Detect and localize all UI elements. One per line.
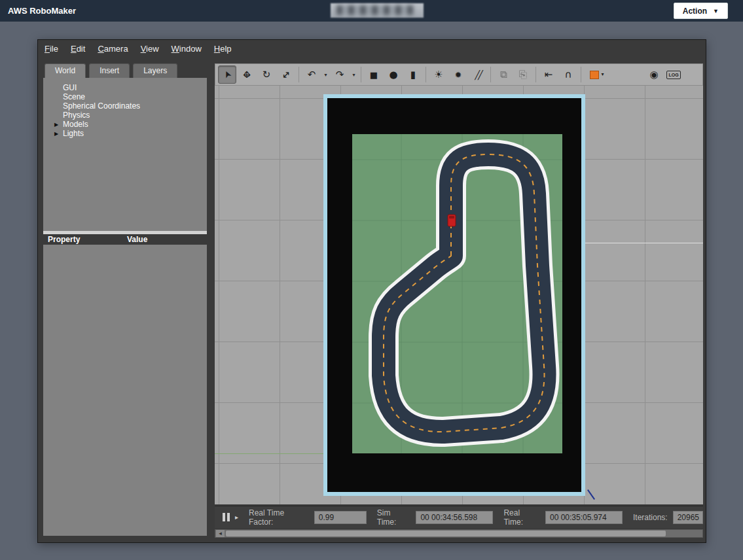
action-menu-button[interactable]: Action ▼ (674, 3, 728, 19)
paste-icon: ⎘ (519, 70, 527, 80)
scale-icon: ↔ (280, 68, 293, 81)
toolbar-separator (581, 67, 581, 82)
cylinder-icon: ▮ (410, 70, 416, 80)
tree-item-label: Spherical Coordinates (63, 101, 140, 111)
scrollbar-thumb[interactable] (226, 531, 666, 536)
translate-tool-button[interactable]: ↔↕ (238, 65, 256, 84)
tree-item-label: Scene (63, 92, 85, 101)
pause-button[interactable] (223, 513, 230, 521)
action-label: Action (683, 7, 707, 16)
menu-camera[interactable]: Camera (98, 44, 128, 54)
tree-item-scene[interactable]: Scene (43, 92, 207, 101)
horizontal-scrollbar[interactable]: ◂ (215, 529, 703, 538)
race-track-model[interactable] (323, 94, 585, 496)
toolbar-separator (426, 67, 426, 82)
tree-item-lights[interactable]: ▶ Lights (43, 129, 207, 138)
deepracer-car[interactable] (448, 215, 456, 226)
toolbar-separator (299, 67, 299, 82)
property-table-body (43, 245, 207, 536)
undo-button[interactable]: ↶ (302, 65, 321, 84)
chevron-down-icon: ▾ (601, 72, 604, 77)
log-icon: LOG (666, 71, 680, 79)
scale-tool-button[interactable]: ↔ (277, 65, 295, 84)
box-icon: ■ (370, 71, 378, 79)
scroll-left-button[interactable]: ◂ (216, 530, 225, 537)
menu-help[interactable]: Help (214, 44, 232, 54)
select-tool-button[interactable]: ➤ (218, 65, 236, 84)
undo-icon: ↶ (308, 70, 316, 80)
tree-item-label: Physics (63, 111, 90, 120)
grid-axis-line-x (585, 243, 703, 243)
tree-item-gui[interactable]: GUI (43, 83, 207, 92)
menu-edit[interactable]: Edit (71, 44, 85, 54)
align-tool-button[interactable]: ⇤ (539, 65, 558, 84)
spot-light-button[interactable]: ✹ (449, 65, 467, 84)
screenshot-button[interactable]: ◉ (645, 65, 663, 84)
render-viewport[interactable] (215, 86, 703, 504)
expand-arrow-icon[interactable]: ▶ (54, 130, 58, 139)
add-box-button[interactable]: ■ (365, 65, 383, 84)
playback-statusbar: ▸ Real Time Factor: 0.99 Sim Time: 00 00… (215, 506, 703, 528)
paste-button[interactable]: ⎘ (514, 65, 532, 84)
tree-item-label: GUI (63, 83, 77, 92)
directional-light-button[interactable]: ╱╱ (469, 65, 487, 84)
magnet-icon: ∩ (565, 70, 572, 80)
sim-time-label: Sim Time: (377, 508, 411, 527)
step-button[interactable]: ▸ (235, 514, 238, 521)
rtf-value: 0.99 (314, 511, 367, 524)
iterations-value: 20965 (673, 511, 703, 524)
view-angle-button[interactable]: ▾ (585, 65, 609, 84)
rotate-tool-button[interactable]: ↻ (257, 65, 276, 84)
redacted-text (336, 5, 414, 15)
log-record-button[interactable]: LOG (664, 65, 683, 84)
menu-window[interactable]: Window (172, 44, 202, 54)
tree-item-models[interactable]: ▶ Models (43, 120, 207, 129)
add-sphere-button[interactable]: ● (384, 65, 403, 84)
track-svg (323, 94, 585, 496)
tab-insert[interactable]: Insert (89, 63, 130, 78)
real-time-label: Real Time: (503, 508, 540, 527)
property-table-header: Property Value (43, 234, 207, 245)
expand-arrow-icon[interactable]: ▶ (54, 120, 58, 130)
tab-layers[interactable]: Layers (133, 63, 177, 78)
menu-view[interactable]: View (141, 44, 159, 54)
tree-item-label: Lights (63, 129, 84, 138)
menubar: File Edit Camera View Window Help (38, 40, 706, 57)
gazebo-toolbar: ➤ ↔↕ ↻ ↔ ↶ ▾ ↷ ▾ ■ (215, 63, 703, 86)
tree-item-label: Models (63, 120, 88, 129)
undo-history-button[interactable]: ▾ (322, 65, 329, 84)
tab-world[interactable]: World (45, 63, 86, 78)
point-light-button[interactable]: ☀ (429, 65, 448, 84)
menu-file[interactable]: File (45, 44, 58, 54)
camera-icon: ◉ (649, 70, 658, 80)
gazebo-window: File Edit Camera View Window Help World … (37, 39, 706, 543)
view-cube-icon (590, 71, 599, 79)
directional-light-icon: ╱╱ (475, 71, 481, 79)
copy-icon: ⧉ (500, 70, 507, 80)
screen: AWS RoboMaker Action ▼ File Edit Camera … (0, 0, 743, 560)
copy-button[interactable]: ⧉ (494, 65, 513, 84)
toolbar-separator (361, 67, 361, 82)
tree-item-physics[interactable]: Physics (43, 111, 207, 120)
move-icon: ↔↕ (241, 69, 253, 80)
value-column-header: Value (127, 234, 147, 245)
snap-tool-button[interactable]: ∩ (559, 65, 577, 84)
align-icon: ⇤ (545, 70, 553, 80)
toolbar-separator (535, 67, 536, 82)
property-column-header: Property (48, 234, 80, 245)
redo-button[interactable]: ↷ (331, 65, 349, 84)
world-tree: GUI Scene Spherical Coordinates Physics … (43, 79, 207, 230)
grid-axis-line-z (587, 489, 595, 500)
real-time-value: 00 00:35:05.974 (545, 511, 623, 524)
tree-item-spherical-coordinates[interactable]: Spherical Coordinates (43, 101, 207, 111)
add-cylinder-button[interactable]: ▮ (404, 65, 422, 84)
toolbar-separator (490, 67, 491, 82)
sphere-icon: ● (389, 70, 397, 80)
iterations-label: Iterations: (633, 513, 668, 522)
rotate-icon: ↻ (263, 70, 271, 80)
redo-icon: ↷ (336, 70, 344, 80)
redo-history-button[interactable]: ▾ (350, 65, 357, 84)
panel-tabbar: World Insert Layers (43, 63, 207, 78)
aws-topbar: AWS RoboMaker Action ▼ (0, 0, 743, 22)
sim-time-value: 00 00:34:56.598 (416, 511, 493, 524)
